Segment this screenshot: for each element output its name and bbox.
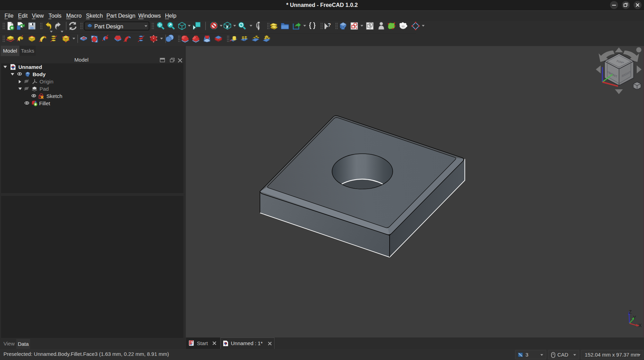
svg-text:Z: Z (629, 309, 632, 315)
svg-text:?: ? (328, 22, 331, 28)
svg-text:X: X (638, 323, 642, 328)
svg-text:Y: Y (633, 315, 636, 320)
